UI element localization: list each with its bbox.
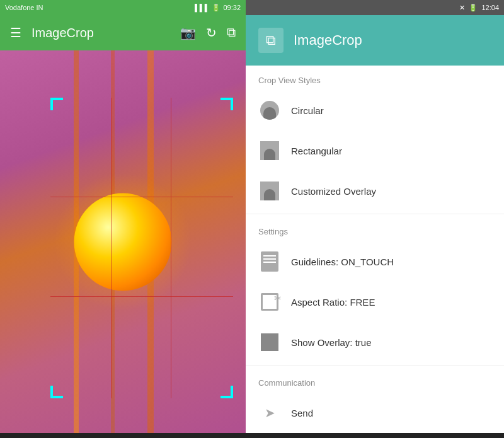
left-app-title: ImageCrop bbox=[32, 26, 170, 40]
show-overlay-label: Show Overlay: true bbox=[291, 337, 372, 348]
right-home-button[interactable]: ○ bbox=[362, 434, 395, 439]
bottom-nav: ◁ ○ □ ◁ ○ □ bbox=[0, 433, 504, 438]
right-panel: ⧉ ImageCrop Crop View Styles Circular Re… bbox=[246, 15, 504, 433]
right-header: ⧉ ImageCrop bbox=[246, 15, 504, 66]
status-bars: Vodafone IN ▌▌▌ 🔋 09:32 ✕ 🔋 12:04 bbox=[0, 0, 504, 15]
right-back-button[interactable]: ◁ bbox=[277, 433, 312, 438]
right-time: 12:04 bbox=[481, 4, 499, 11]
menu-content: Crop View Styles Circular Rectangular Cu… bbox=[246, 66, 504, 433]
menu-item-show-overlay[interactable]: Show Overlay: true bbox=[246, 322, 504, 362]
right-status-bar: ✕ 🔋 12:04 bbox=[246, 0, 504, 15]
left-time: 09:32 bbox=[223, 4, 241, 11]
communication-section-header: Communication bbox=[246, 368, 504, 393]
menu-item-circular[interactable]: Circular bbox=[246, 90, 504, 130]
signal-icon: ▌▌▌ bbox=[195, 4, 209, 11]
recent-button[interactable]: □ bbox=[194, 434, 227, 439]
customized-overlay-label: Customized Overlay bbox=[291, 186, 376, 197]
rectangular-icon bbox=[258, 139, 281, 162]
send-icon: ➤ bbox=[258, 401, 281, 424]
right-recent-button[interactable]: □ bbox=[446, 434, 479, 439]
crop-icon[interactable]: ⧉ bbox=[227, 25, 236, 40]
circular-label: Circular bbox=[291, 105, 324, 116]
customized-overlay-icon bbox=[258, 180, 281, 202]
left-nav: ◁ ○ □ bbox=[0, 433, 252, 438]
left-status-bar: Vodafone IN ▌▌▌ 🔋 09:32 bbox=[0, 0, 246, 15]
camera-icon[interactable]: 📷 bbox=[180, 25, 196, 40]
toolbar-icons: 📷 ↻ ⧉ bbox=[180, 25, 236, 40]
divider-2 bbox=[246, 365, 504, 366]
crop-corner-tl[interactable] bbox=[50, 98, 63, 110]
aspect-ratio-label: Aspect Ratio: FREE bbox=[291, 297, 375, 308]
home-button[interactable]: ○ bbox=[110, 434, 143, 439]
crop-corner-br[interactable] bbox=[220, 386, 233, 398]
menu-item-aspect-ratio[interactable]: Aspect Ratio: FREE bbox=[246, 282, 504, 322]
settings-section-header: Settings bbox=[246, 217, 504, 241]
crop-corner-bl[interactable] bbox=[50, 386, 63, 398]
left-toolbar: ☰ ImageCrop 📷 ↻ ⧉ bbox=[0, 15, 246, 50]
crop-view-styles-section-header: Crop View Styles bbox=[246, 66, 504, 90]
nosim-icon: ✕ bbox=[459, 4, 465, 12]
circular-icon bbox=[258, 99, 281, 122]
left-carrier: Vodafone IN bbox=[5, 4, 43, 11]
aspect-ratio-icon bbox=[258, 291, 281, 313]
left-status-icons: ▌▌▌ 🔋 09:32 bbox=[195, 4, 241, 12]
main-content: ☰ ImageCrop 📷 ↻ ⧉ bbox=[0, 15, 504, 433]
right-nav: ◁ ○ □ bbox=[252, 433, 504, 438]
refresh-icon[interactable]: ↻ bbox=[206, 25, 217, 40]
guidelines-label: Guidelines: ON_TOUCH bbox=[291, 256, 394, 267]
image-area bbox=[0, 50, 246, 433]
show-overlay-icon bbox=[258, 331, 281, 354]
menu-item-customized-overlay[interactable]: Customized Overlay bbox=[246, 171, 504, 211]
rectangular-label: Rectangular bbox=[291, 146, 342, 156]
send-label: Send bbox=[291, 408, 313, 418]
back-button[interactable]: ◁ bbox=[25, 433, 60, 438]
crop-box[interactable] bbox=[50, 98, 233, 398]
guidelines-icon bbox=[258, 250, 281, 273]
right-battery-icon: 🔋 bbox=[469, 4, 478, 12]
right-app-title: ImageCrop bbox=[294, 32, 362, 49]
menu-item-rectangular[interactable]: Rectangular bbox=[246, 130, 504, 171]
menu-item-send[interactable]: ➤ Send bbox=[246, 393, 504, 433]
menu-item-guidelines[interactable]: Guidelines: ON_TOUCH bbox=[246, 241, 504, 282]
header-crop-icon: ⧉ bbox=[258, 28, 284, 53]
left-panel: ☰ ImageCrop 📷 ↻ ⧉ bbox=[0, 15, 246, 433]
crop-corner-tr[interactable] bbox=[220, 98, 233, 110]
divider-1 bbox=[246, 214, 504, 214]
battery-icon: 🔋 bbox=[212, 4, 220, 12]
menu-button[interactable]: ☰ bbox=[10, 25, 21, 40]
